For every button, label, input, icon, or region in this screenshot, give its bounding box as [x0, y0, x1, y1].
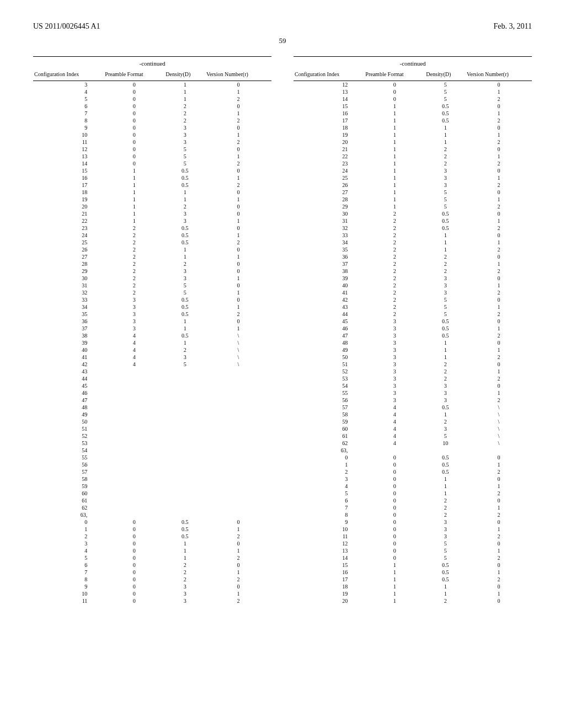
table-cell: 2	[466, 117, 532, 124]
table-cell: 0	[104, 88, 164, 95]
table-cell: 15	[294, 561, 364, 569]
table-cell: 3	[164, 583, 205, 590]
table-cell: 0	[104, 554, 164, 561]
table-cell: 5	[425, 81, 466, 89]
table-cell	[205, 411, 271, 418]
table-cell: 1	[164, 246, 205, 253]
table-cell: 0.5	[425, 576, 466, 583]
table-cell	[164, 483, 205, 490]
col-header-config: Configuration Index	[33, 69, 104, 81]
table-row: 21130	[33, 210, 271, 217]
table-cell: \	[466, 432, 532, 440]
table-cell	[205, 468, 271, 475]
table-row: 59	[33, 483, 271, 490]
table-cell: 1	[205, 590, 271, 597]
table-cell: 2	[466, 332, 532, 339]
table-cell	[104, 368, 164, 375]
table-cell: 1	[466, 239, 532, 246]
table-cell: 1	[466, 153, 532, 160]
table-cell: 0	[104, 540, 164, 547]
table-cell: 0	[104, 576, 164, 583]
table-cell: 9	[33, 583, 104, 590]
table-row: 7021	[294, 504, 532, 511]
table-cell: 49	[33, 411, 104, 418]
table-cell: 1	[164, 253, 205, 260]
table-cell: 3	[164, 210, 205, 217]
table-cell: 1	[364, 110, 425, 117]
table-cell	[104, 397, 164, 404]
table-cell: 12	[33, 146, 104, 153]
table-cell: 35	[33, 311, 104, 318]
table-cell: 7	[33, 569, 104, 576]
table-cell	[205, 397, 271, 404]
table-cell: 52	[33, 432, 104, 440]
table-cell: 2	[164, 203, 205, 210]
table-cell: 0.5	[164, 167, 205, 174]
table-row: 3430.51	[33, 303, 271, 311]
table-cell: 1	[205, 153, 271, 160]
table-cell: 12	[294, 540, 364, 547]
table-row: 4245\	[33, 361, 271, 368]
table-cell: 2	[425, 597, 466, 604]
table-row: 34211	[294, 239, 532, 246]
table-cell: 46	[33, 389, 104, 397]
table-row: 4730.52	[294, 332, 532, 339]
table-cell: 2	[164, 117, 205, 124]
table-row: 19111	[294, 131, 532, 138]
table-row: 3840.5\	[33, 332, 271, 339]
table-row: 26210	[33, 246, 271, 253]
table-row: 11032	[33, 138, 271, 146]
table-cell: 1	[205, 131, 271, 138]
table-row: 000.50	[294, 454, 532, 461]
table-row: 14052	[294, 554, 532, 561]
table-cell: 37	[33, 325, 104, 332]
table-cell: 5	[164, 289, 205, 296]
table-cell: 2	[466, 311, 532, 318]
table-cell: 13	[294, 547, 364, 554]
table-cell	[164, 440, 205, 447]
table-cell: 1	[104, 174, 164, 181]
table-cell: 29	[33, 267, 104, 275]
table-row: 43251	[294, 303, 532, 311]
table-cell: 34	[294, 239, 364, 246]
table-cell: 1	[164, 540, 205, 547]
table-cell: 5	[164, 160, 205, 167]
table-cell: 0	[205, 124, 271, 131]
table-cell: 0	[466, 296, 532, 303]
table-cell: 2	[425, 375, 466, 382]
table-row: 18110	[33, 189, 271, 196]
table-cell: 2	[425, 160, 466, 167]
table-cell: 4	[294, 483, 364, 490]
table-cell: 1	[466, 282, 532, 289]
table-row: 57	[33, 468, 271, 475]
table-cell: 0	[364, 483, 425, 490]
table-cell: 2	[466, 554, 532, 561]
table-cell	[205, 440, 271, 447]
table-cell	[466, 447, 532, 454]
table-cell: 8	[294, 511, 364, 518]
table-cell: 15	[33, 167, 104, 174]
table-cell: 0	[205, 81, 271, 89]
table-cell: 5	[425, 196, 466, 203]
table-cell: 1	[425, 339, 466, 346]
table-cell: 31	[33, 282, 104, 289]
table-cell: 51	[33, 425, 104, 432]
table-cell: 0.5	[164, 239, 205, 246]
table-row: 33210	[294, 232, 532, 239]
table-cell	[164, 432, 205, 440]
table-cell	[164, 497, 205, 504]
table-cell: 1	[164, 189, 205, 196]
table-cell: 1	[205, 325, 271, 332]
table-cell: 0	[466, 583, 532, 590]
table-cell: 1	[205, 217, 271, 224]
table-cell: 1	[164, 81, 205, 89]
table-cell: 2	[364, 217, 425, 224]
table-row: 39230	[294, 275, 532, 282]
table-cell: 0.5	[164, 533, 205, 540]
table-cell: 42	[33, 361, 104, 368]
table-cell: 0	[205, 210, 271, 217]
table-cell: 2	[104, 267, 164, 275]
table-cell: 2	[466, 397, 532, 404]
table-cell	[205, 490, 271, 497]
table-cell: 3	[425, 181, 466, 189]
